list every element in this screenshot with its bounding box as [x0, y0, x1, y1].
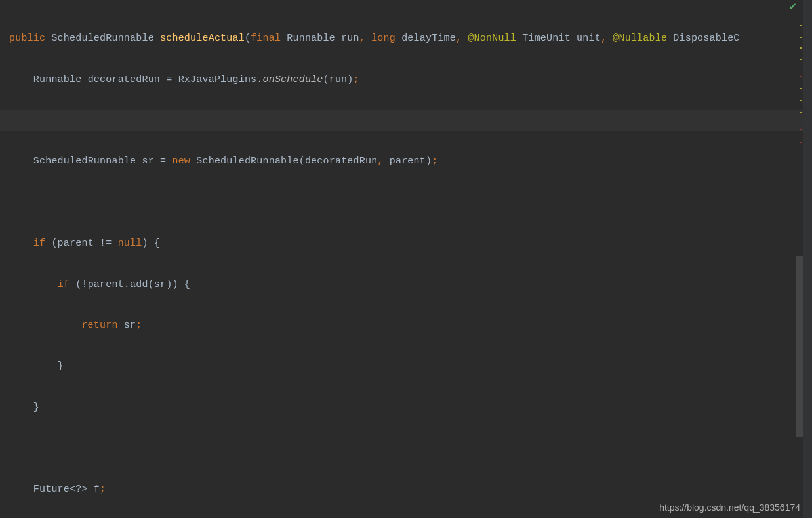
code-editor[interactable]: public ScheduledRunnable scheduleActual(…	[0, 0, 812, 518]
code-line[interactable]: return sr;	[0, 315, 812, 335]
code-line[interactable]: }	[0, 397, 812, 418]
code-line[interactable]: ScheduledRunnable sr = new ScheduledRunn…	[0, 151, 812, 171]
code-line[interactable]: }	[0, 356, 812, 376]
code-area[interactable]: public ScheduledRunnable scheduleActual(…	[0, 0, 812, 518]
check-icon: ✔	[789, 0, 796, 12]
gutter-minimap[interactable]	[803, 0, 812, 518]
blank-line[interactable]	[0, 192, 812, 213]
blank-line[interactable]	[0, 438, 812, 458]
code-line[interactable]: Future<?> f;	[0, 479, 812, 500]
watermark-text: https://blog.csdn.net/qq_38356174	[659, 502, 800, 513]
code-line[interactable]: if (!parent.add(sr)) {	[0, 274, 812, 295]
method-name: scheduleActual	[160, 33, 245, 44]
annotation-nonnull: @NonNull	[468, 33, 516, 44]
annotation-nullable: @Nullable	[613, 33, 667, 44]
code-line[interactable]: public ScheduledRunnable scheduleActual(…	[0, 28, 812, 49]
cursor-line[interactable]	[0, 110, 812, 131]
static-method: onSchedule	[263, 74, 323, 85]
code-line[interactable]: if (parent != null) {	[0, 233, 812, 253]
code-line[interactable]: Runnable decoratedRun = RxJavaPlugins.on…	[0, 70, 812, 90]
keyword-public: public	[9, 33, 45, 44]
scrollbar-thumb[interactable]	[796, 256, 803, 437]
vertical-scrollbar[interactable]	[796, 0, 803, 518]
